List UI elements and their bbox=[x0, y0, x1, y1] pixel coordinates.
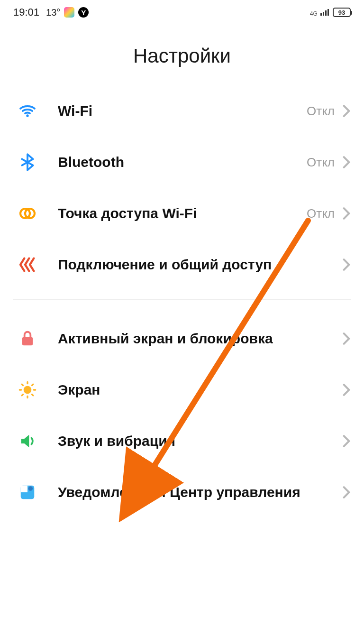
svg-rect-14 bbox=[21, 486, 27, 492]
svg-rect-3 bbox=[22, 337, 33, 345]
svg-line-9 bbox=[22, 384, 23, 385]
settings-item-hotspot[interactable]: Точка доступа Wi-Fi Откл bbox=[13, 188, 351, 239]
sound-icon bbox=[13, 432, 42, 451]
settings-item-sharing[interactable]: Подключение и общий доступ bbox=[13, 239, 351, 290]
signal-icon bbox=[320, 8, 329, 16]
yandex-icon: Y bbox=[78, 7, 89, 18]
settings-item-lockscreen[interactable]: Активный экран и блокировка bbox=[13, 313, 351, 364]
status-bar: 19:01 13° Y 4G 93 bbox=[0, 0, 364, 23]
settings-item-status: Откл bbox=[307, 104, 342, 119]
settings-item-label: Экран bbox=[42, 381, 342, 399]
bluetooth-icon bbox=[13, 153, 42, 172]
svg-line-12 bbox=[32, 384, 33, 385]
chevron-right-icon bbox=[342, 206, 351, 221]
sharing-icon bbox=[13, 255, 42, 274]
settings-item-label: Активный экран и блокировка bbox=[42, 330, 342, 348]
settings-item-label: Подключение и общий доступ bbox=[42, 256, 342, 274]
brightness-icon bbox=[13, 380, 42, 399]
settings-item-status: Откл bbox=[307, 155, 342, 170]
settings-list: Wi-Fi Откл Bluetooth Откл Точка доступа … bbox=[0, 85, 364, 518]
settings-item-label: Звук и вибрация bbox=[42, 432, 342, 450]
settings-item-sound[interactable]: Звук и вибрация bbox=[13, 415, 351, 467]
chevron-right-icon bbox=[342, 104, 351, 118]
status-time: 19:01 bbox=[13, 6, 39, 18]
status-temperature: 13° bbox=[46, 7, 60, 18]
section-divider bbox=[13, 299, 351, 300]
themes-icon bbox=[64, 7, 74, 18]
settings-item-label: Bluetooth bbox=[42, 153, 307, 171]
battery-indicator: 93 bbox=[333, 8, 351, 17]
svg-point-15 bbox=[28, 486, 33, 491]
svg-point-0 bbox=[26, 114, 28, 117]
settings-item-label: Wi-Fi bbox=[42, 102, 307, 120]
settings-item-label: Уведомления и Центр управления bbox=[42, 483, 342, 501]
chevron-right-icon bbox=[342, 155, 351, 169]
wifi-icon bbox=[13, 101, 42, 120]
settings-item-label: Точка доступа Wi-Fi bbox=[42, 204, 307, 222]
settings-item-notifications[interactable]: Уведомления и Центр управления bbox=[13, 467, 351, 518]
chevron-right-icon bbox=[342, 434, 351, 448]
svg-line-11 bbox=[22, 395, 23, 396]
chevron-right-icon bbox=[342, 383, 351, 397]
svg-point-4 bbox=[24, 386, 32, 394]
lock-icon bbox=[13, 330, 42, 348]
page-title: Настройки bbox=[0, 45, 364, 67]
settings-item-bluetooth[interactable]: Bluetooth Откл bbox=[13, 137, 351, 188]
chevron-right-icon bbox=[342, 258, 351, 272]
chevron-right-icon bbox=[342, 485, 351, 499]
control-center-icon bbox=[13, 483, 42, 501]
hotspot-icon bbox=[13, 204, 42, 223]
settings-item-wifi[interactable]: Wi-Fi Откл bbox=[13, 85, 351, 137]
settings-item-display[interactable]: Экран bbox=[13, 364, 351, 415]
svg-line-10 bbox=[32, 395, 33, 396]
network-label: 4G bbox=[310, 6, 329, 18]
chevron-right-icon bbox=[342, 332, 351, 346]
settings-item-status: Откл bbox=[307, 206, 342, 221]
